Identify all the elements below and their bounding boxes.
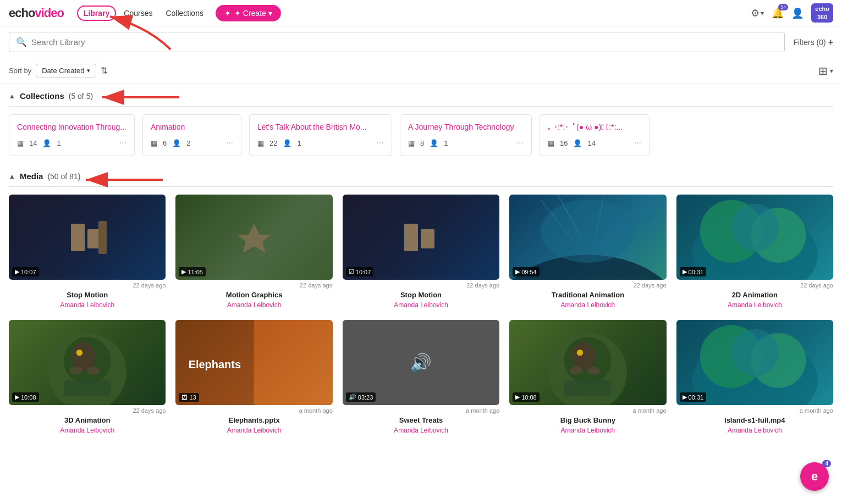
media-title: Media <box>20 171 43 181</box>
media-card-7[interactable]: Elephants 🖼13 a month ago Elephants.pptx… <box>175 320 332 435</box>
media-thumb-10: ▶00:31 <box>676 320 833 405</box>
media-duration-3: ☑10:07 <box>346 267 374 276</box>
media-title-5: 2D Animation <box>676 290 833 300</box>
collections-toggle-icon[interactable]: ▲ <box>9 92 15 100</box>
collections-header: ▲ Collections (5 of 5) <box>9 84 833 107</box>
media-duration-8: 🔊03:23 <box>346 392 376 402</box>
collection-card-1[interactable]: Connecting Innovation Throug... ▦ 14 👤 1… <box>9 114 135 156</box>
media-count: (50 of 81) <box>47 172 80 181</box>
settings-icon[interactable]: ⚙▾ <box>751 7 764 19</box>
collection-media-count-5: 16 <box>560 139 568 147</box>
media-author-10: Amanda Leibovich <box>676 425 833 435</box>
collection-media-count-1: 14 <box>29 139 37 147</box>
svg-rect-5 <box>98 221 107 254</box>
media-date-9: a month ago <box>509 405 666 415</box>
collection-name-2: Animation <box>151 123 233 131</box>
collection-meta-4: ▦ 8 👤 1 ··· <box>408 138 524 148</box>
media-card-5[interactable]: ▶00:31 22 days ago 2D Animation Amanda L… <box>676 195 833 310</box>
sort-select[interactable]: Date Created ▾ <box>36 64 96 77</box>
media-duration-4: ▶09:54 <box>513 267 540 276</box>
main-nav: Library Courses Collections ✦ ✦ Create ▾ <box>77 5 281 21</box>
collections-count: (5 of 5) <box>69 92 93 101</box>
svg-point-22 <box>87 367 100 374</box>
media-date-2: 22 days ago <box>175 280 332 290</box>
audio-wave-icon: 🔊 <box>410 352 432 373</box>
nav-courses[interactable]: Courses <box>118 7 158 20</box>
svg-point-31 <box>570 367 582 374</box>
sort-order-icon[interactable]: ⇅ <box>101 65 108 76</box>
search-input[interactable] <box>31 37 778 47</box>
media-card-10[interactable]: ▶00:31 a month ago Island-s1-full.mp4 Am… <box>676 320 833 435</box>
media-title-2: Motion Graphics <box>175 290 332 300</box>
media-author-5: Amanda Leibovich <box>676 300 833 310</box>
media-card-9[interactable]: ▶10:08 a month ago Big Buck Bunny Amanda… <box>509 320 666 435</box>
media-date-4: 22 days ago <box>509 280 666 290</box>
filters-button[interactable]: Filters (0) + <box>794 37 833 47</box>
media-duration-1: ▶10:07 <box>12 267 39 276</box>
media-author-4: Amanda Leibovich <box>509 300 666 310</box>
collection-more-icon-1[interactable]: ··· <box>119 138 126 148</box>
collection-media-icon-5: ▦ <box>548 139 554 147</box>
collection-card-3[interactable]: Let's Talk About the British Mo... ▦ 22 … <box>249 114 392 156</box>
media-card-3[interactable]: ☑10:07 22 days ago Stop Motion Amanda Le… <box>343 195 499 310</box>
collection-more-icon-4[interactable]: ··· <box>516 138 524 148</box>
svg-rect-34 <box>564 380 612 396</box>
collection-more-icon-3[interactable]: ··· <box>377 138 384 148</box>
svg-rect-3 <box>71 224 85 251</box>
svg-point-10 <box>541 200 635 263</box>
collection-user-icon-4: 👤 <box>430 139 438 147</box>
media-duration-6: ▶10:08 <box>12 392 39 402</box>
media-author-7: Amanda Leibovich <box>175 425 332 435</box>
collection-user-icon-1: 👤 <box>42 139 51 147</box>
collection-more-icon-2[interactable]: ··· <box>226 138 233 148</box>
media-thumb-4: ▶09:54 <box>509 195 666 280</box>
logo: echovideo <box>9 6 64 20</box>
create-button[interactable]: ✦ ✦ Create ▾ <box>216 5 281 21</box>
collection-card-2[interactable]: Animation ▦ 6 👤 2 ··· <box>142 114 241 156</box>
collection-user-count-2: 2 <box>186 139 190 147</box>
nav-collections[interactable]: Collections <box>160 7 208 20</box>
svg-point-32 <box>588 367 601 374</box>
collections-grid: Connecting Innovation Throug... ▦ 14 👤 1… <box>9 107 833 164</box>
svg-point-38 <box>731 329 778 376</box>
main-content: ▲ Collections (5 of 5) Connecting Innova… <box>0 84 842 456</box>
media-title-1: Stop Motion <box>9 290 166 300</box>
collection-media-count-4: 8 <box>420 139 424 147</box>
media-card-4[interactable]: ▶09:54 22 days ago Traditional Animation… <box>509 195 666 310</box>
header-right: ⚙▾ 🔔 54 👤 echo360 <box>751 3 833 23</box>
collection-name-4: A Journey Through Technology <box>408 123 524 131</box>
svg-text:Elephants: Elephants <box>189 358 241 370</box>
collection-card-4[interactable]: A Journey Through Technology ▦ 8 👤 1 ··· <box>400 114 532 156</box>
media-card-1[interactable]: ▶10:07 22 days ago Stop Motion Amanda Le… <box>9 195 166 310</box>
notifications-icon[interactable]: 🔔 54 <box>772 7 784 19</box>
sort-value: Date Created <box>42 67 84 75</box>
user-icon[interactable]: 👤 <box>791 7 804 19</box>
media-title-8: Sweet Treats <box>343 415 499 425</box>
collection-card-5[interactable]: ｡ ･:*:･ ﾟ(● ω ●)ﾟ ･:*:... ▦ 16 👤 14 ··· <box>540 114 650 156</box>
media-author-3: Amanda Leibovich <box>343 300 499 310</box>
media-card-8[interactable]: 🔊 🔊03:23 a month ago Sweet Treats Amanda… <box>343 320 499 435</box>
media-thumb-7: Elephants 🖼13 <box>175 320 332 405</box>
media-date-8: a month ago <box>343 405 499 415</box>
sort-dropdown-icon: ▾ <box>87 67 90 74</box>
svg-rect-24 <box>64 380 111 396</box>
media-title-7: Elephants.pptx <box>175 415 332 425</box>
collection-more-icon-5[interactable]: ··· <box>634 138 641 148</box>
media-section: ▲ Media (50 of 81) ▶10:0 <box>9 164 833 443</box>
svg-point-33 <box>577 350 583 356</box>
media-date-7: a month ago <box>175 405 332 415</box>
media-thumb-8: 🔊 🔊03:23 <box>343 320 499 405</box>
svg-marker-6 <box>238 224 271 253</box>
collection-media-icon-2: ▦ <box>151 139 157 147</box>
nav-library[interactable]: Library <box>77 5 116 21</box>
grid-view-icon[interactable]: ⊞ ▾ <box>818 64 833 77</box>
search-icon: 🔍 <box>16 37 27 47</box>
media-card-6[interactable]: ▶10:08 22 days ago 3D Animation Amanda L… <box>9 320 166 435</box>
media-date-6: 22 days ago <box>9 405 166 415</box>
collection-user-icon-5: 👤 <box>573 139 582 147</box>
media-card-2[interactable]: ▶11:05 22 days ago Motion Graphics Amand… <box>175 195 332 310</box>
collections-section: ▲ Collections (5 of 5) Connecting Innova… <box>9 84 833 164</box>
collection-media-icon-3: ▦ <box>257 139 264 147</box>
media-toggle-icon[interactable]: ▲ <box>9 173 15 180</box>
svg-point-21 <box>69 367 82 374</box>
